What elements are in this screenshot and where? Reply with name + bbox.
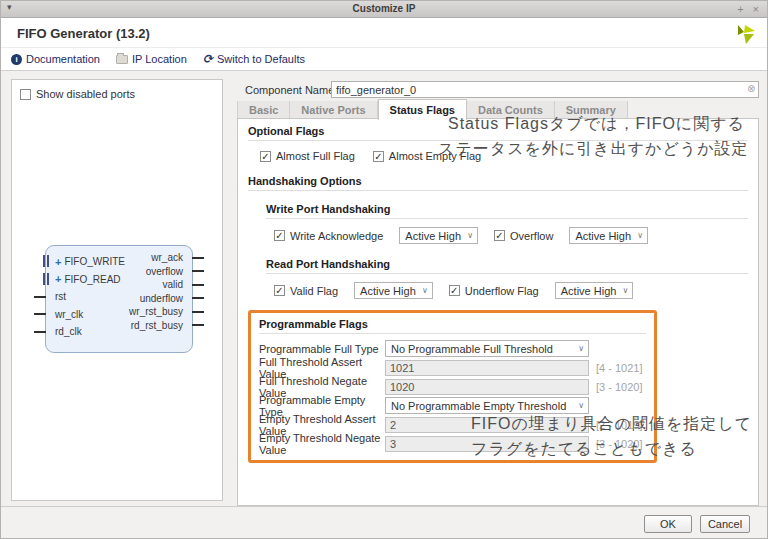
page-title: FIFO Generator (13.2) [17,26,150,41]
selected-value: No Programmable Full Threshold [391,343,553,355]
bus-interface-icon [43,273,49,285]
valid-flag-select[interactable]: Active High ∨ [354,282,433,299]
overflow-label: Overflow [510,230,553,242]
port-fifo-write: + FIFO_WRITE [55,253,125,271]
port-stub [34,313,46,315]
right-ports: wr_ack overflow valid underflow [129,251,183,332]
handshaking-options-title: Handshaking Options [248,175,748,187]
show-disabled-ports[interactable]: Show disabled ports [20,88,135,100]
write-acknowledge-checkbox[interactable]: ✓ [274,230,285,241]
bus-interface-icon [43,255,49,267]
write-acknowledge-label: Write Acknowledge [290,230,383,242]
write-acknowledge-option[interactable]: ✓ Write Acknowledge [274,230,383,242]
port-stub [192,270,204,272]
chevron-down-icon: ∨ [422,286,428,295]
expand-icon[interactable]: + [55,273,61,285]
tab-basic[interactable]: Basic [237,101,290,119]
port-valid: valid [129,278,183,292]
chevron-down-icon: ∨ [578,344,584,353]
port-rst: rst [55,288,125,306]
underflow-flag-option[interactable]: ✓ Underflow Flag [449,285,539,297]
divider [248,190,748,191]
selected-value: Active High [360,285,416,297]
port-underflow: underflow [129,292,183,306]
show-disabled-ports-label: Show disabled ports [36,88,135,100]
port-wr-clk: wr_clk [55,306,125,324]
divider [266,273,748,274]
documentation-label: Documentation [26,53,100,65]
field-label: Programmable Full Type [259,343,385,355]
selected-value: Active High [561,285,617,297]
ip-location-link[interactable]: IP Location [116,53,187,65]
annotation-line: ステータスを外に引き出すかどうか設定 [438,136,749,161]
port-stub [192,257,204,259]
show-disabled-ports-checkbox[interactable] [20,89,31,100]
almost-full-flag-checkbox[interactable]: ✓ [260,151,271,162]
footer: OK Cancel [1,506,767,538]
port-stub [34,331,46,333]
port-label: rd_clk [55,326,82,337]
tab-native-ports[interactable]: Native Ports [290,101,377,119]
port-fifo-read: + FIFO_READ [55,271,125,289]
overflow-checkbox[interactable]: ✓ [494,230,505,241]
close-icon[interactable]: × [753,2,759,16]
port-label: wr_clk [55,309,83,320]
refresh-icon: ⟳ [203,54,213,65]
almost-full-flag-option[interactable]: ✓ Almost Full Flag [260,150,355,162]
switch-to-defaults-label: Switch to Defaults [217,53,305,65]
titlebar: ▾ Customize IP + × [1,1,767,18]
write-acknowledge-select[interactable]: Active High ∨ [399,227,478,244]
annotation-threshold: FIFOの埋まり具合の閾値を指定して フラグをたてることもできる [471,411,752,461]
ok-button[interactable]: OK [644,515,692,533]
port-label: FIFO_READ [64,274,120,285]
port-label: underflow [140,293,183,304]
annotation-line: Status Flagsタブでは，FIFOに関する [438,111,749,136]
chevron-down-icon: ∨ [623,286,629,295]
range-hint: [3 - 1020] [596,381,642,393]
overflow-option[interactable]: ✓ Overflow [494,230,553,242]
info-icon: i [11,54,22,65]
ip-symbol-panel: Show disabled ports + FIFO_WRITE + FIFO_… [11,79,223,501]
programmable-full-type-select[interactable]: No Programmable Full Threshold ∨ [385,340,589,357]
maximize-icon[interactable]: + [737,2,743,16]
annotation-status-flags: Status Flagsタブでは，FIFOに関する ステータスを外に引き出すかど… [438,111,749,161]
ip-location-label: IP Location [132,53,187,65]
port-label: FIFO_WRITE [64,256,125,267]
clear-icon[interactable]: ⊗ [747,83,755,94]
port-label: rst [55,291,66,302]
divider [266,218,748,219]
range-hint: [4 - 1021] [596,362,642,374]
divider [259,333,646,334]
port-overflow: overflow [129,265,183,279]
selected-value: No Programmable Empty Threshold [391,400,566,412]
valid-flag-checkbox[interactable]: ✓ [274,285,285,296]
port-stub [192,284,204,286]
programmable-flags-title: Programmable Flags [259,318,646,330]
overflow-select[interactable]: Active High ∨ [569,227,648,244]
component-name-input[interactable] [331,81,759,98]
folder-icon [116,55,128,64]
port-stub [192,297,204,299]
window-title: Customize IP [1,3,767,14]
annotation-line: FIFOの埋まり具合の閾値を指定して [471,411,752,436]
expand-icon[interactable]: + [55,256,61,268]
chevron-down-icon: ∨ [578,401,584,410]
port-rd-rst-busy: rd_rst_busy [129,319,183,333]
read-port-handshaking-title: Read Port Handshaking [266,258,748,270]
valid-flag-option[interactable]: ✓ Valid Flag [274,285,338,297]
documentation-link[interactable]: i Documentation [11,53,100,65]
underflow-flag-checkbox[interactable]: ✓ [449,285,460,296]
port-label: wr_ack [151,252,183,263]
field-label: Empty Threshold Negate Value [259,432,385,456]
selected-value: Active High [405,230,461,242]
port-label: overflow [146,266,183,277]
almost-empty-flag-checkbox[interactable]: ✓ [373,151,384,162]
port-label: wr_rst_busy [129,306,183,317]
cancel-button[interactable]: Cancel [700,515,750,533]
port-wr-ack: wr_ack [129,251,183,265]
underflow-flag-select[interactable]: Active High ∨ [555,282,634,299]
port-stub [192,324,204,326]
switch-to-defaults-link[interactable]: ⟳ Switch to Defaults [203,53,305,65]
component-name-label: Component Name [245,84,334,96]
full-threshold-negate-input: 1020 [385,379,589,395]
